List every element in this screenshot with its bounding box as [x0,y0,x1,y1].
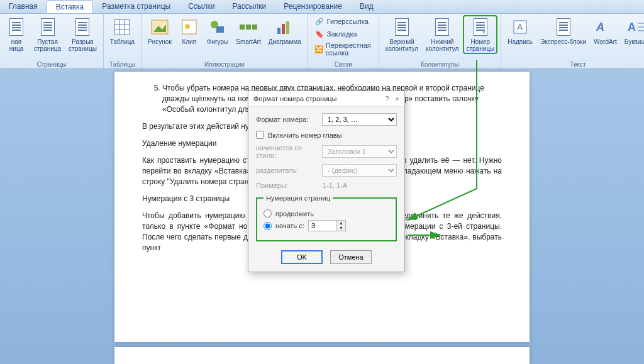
svg-rect-13 [252,25,257,30]
footer-button[interactable]: Нижний колонтитул [423,16,461,53]
bookmark-button[interactable]: 🔖 Закладка [312,28,375,40]
page-break-button[interactable]: Разрыв страницы [66,16,99,53]
start-style-label: начинается со стиля: [256,144,318,159]
page-break-icon [72,17,92,37]
group-links-label: Связи [312,60,375,68]
ok-button[interactable]: OK [281,250,323,264]
tab-view[interactable]: Вид [351,0,382,13]
wordart-button[interactable]: A WordArt [591,16,619,47]
start-style-select: Заголовок 1 [322,145,397,158]
blank-page-label: Пустая страница [34,38,61,52]
dialog-help-button[interactable]: ? [385,95,389,102]
smartart-icon [238,17,258,37]
picture-icon [150,17,170,37]
group-headerfooter-label: Колонтитулы [383,60,497,68]
blank-page-button[interactable]: Пустая страница [31,16,64,53]
picture-label: Рисунок [148,38,172,45]
chart-button[interactable]: Диаграмма [266,16,304,47]
page-number-label: Номер страницы [466,38,494,52]
cover-page-button[interactable]: ная ница [4,16,29,53]
shapes-label: Фигуры [207,38,228,45]
textbox-icon: A [510,17,530,37]
bookmark-label: Закладка [327,30,357,38]
tab-home[interactable]: Главная [0,0,47,13]
start-at-input[interactable] [308,220,337,231]
group-links: 🔗 Гиперссылка 🔖 Закладка 🔀 Перекрестная … [308,14,379,69]
svg-text:A: A [596,21,604,33]
start-at-radio-label: начать с: [275,222,304,229]
clip-label: Клип [182,38,196,45]
page-numbering-group: Нумерация страниц продолжить начать с: ▲… [256,194,397,241]
picture-button[interactable]: Рисунок [145,16,174,47]
group-illustrations-label: Иллюстрации [145,60,304,68]
ribbon-tabs: Главная Вставка Разметка страницы Ссылки… [0,0,644,14]
group-text: A Надпись Экспресс-блоки A WordArt A Бук… [501,14,644,69]
crossref-icon: 🔀 [314,44,323,54]
svg-rect-0 [114,19,130,35]
header-button[interactable]: Верхний колонтитул [383,16,421,53]
group-tables: Таблица Таблицы [104,14,142,69]
cover-page-icon [6,17,26,37]
svg-rect-16 [286,21,289,34]
shapes-button[interactable]: Фигуры [204,16,231,47]
examples-label: Примеры: [256,182,319,189]
continue-radio[interactable] [264,209,272,218]
shapes-icon [208,17,228,37]
crossref-button[interactable]: 🔀 Перекрестная ссылка [312,41,375,57]
include-chapter-checkbox[interactable] [256,131,264,139]
page-break-label: Разрыв страницы [69,38,97,52]
quickparts-button[interactable]: Экспресс-блоки [538,16,589,47]
page-number-format-dialog: Формат номера страницы ? × Формат номера… [248,91,405,272]
smartart-button[interactable]: SmartArt [233,16,263,47]
group-illustrations: Рисунок Клип Фигуры SmartArt Диаграмма И… [142,14,308,69]
blank-page-icon [38,17,58,37]
smartart-label: SmartArt [236,38,260,45]
chart-label: Диаграмма [269,38,301,45]
dropcap-button[interactable]: A Буквица [622,16,644,47]
table-icon [112,17,132,37]
crossref-label: Перекрестная ссылка [326,41,372,57]
header-icon [392,17,412,37]
cover-page-label: ная ница [9,38,23,52]
number-format-select[interactable]: 1, 2, 3, … [322,113,397,126]
wordart-label: WordArt [594,38,617,45]
page-number-icon: # [470,17,491,37]
tab-layout[interactable]: Разметка страницы [93,0,179,13]
tab-mailings[interactable]: Рассылки [223,0,275,13]
dropcap-label: Буквица [625,38,644,45]
cancel-button[interactable]: Отмена [330,250,372,264]
dialog-close-button[interactable]: × [396,95,399,102]
hyperlink-label: Гиперссылка [327,18,369,25]
quickparts-label: Экспресс-блоки [540,38,586,45]
group-headerfooter: Верхний колонтитул Нижний колонтитул # Н… [379,14,501,69]
hyperlink-icon: 🔗 [314,16,325,26]
table-button[interactable]: Таблица [108,16,137,47]
tab-review[interactable]: Рецензирование [275,0,351,13]
quickparts-icon [553,17,574,37]
footer-icon [432,17,452,37]
bookmark-icon: 🔖 [314,29,325,39]
group-pages-label: Страницы [4,60,99,68]
svg-rect-10 [216,26,224,33]
textbox-button[interactable]: A Надпись [505,16,535,47]
header-label: Верхний колонтитул [386,38,418,52]
document-next-page[interactable] [114,347,530,364]
tab-refs[interactable]: Ссылки [179,0,223,13]
svg-rect-14 [277,28,280,34]
start-at-radio[interactable] [264,222,272,230]
include-chapter-label: Включить номер главы [268,131,342,139]
page-number-button[interactable]: # Номер страницы [464,16,497,53]
svg-rect-15 [282,24,285,34]
svg-text:A: A [628,21,636,33]
tab-insert[interactable]: Вставка [47,0,94,13]
ribbon: ная ница Пустая страница Разрыв страницы… [0,14,644,69]
page-numbering-legend: Нумерация страниц [264,194,333,202]
hyperlink-button[interactable]: 🔗 Гиперссылка [312,16,375,27]
clip-button[interactable]: Клип [177,16,202,47]
wordart-icon: A [596,17,616,37]
group-text-label: Текст [505,60,644,68]
separator-select: - (дефис) [322,164,397,177]
spin-up-button[interactable]: ▲ [337,221,345,226]
spin-down-button[interactable]: ▼ [337,226,345,231]
svg-point-8 [185,24,190,29]
